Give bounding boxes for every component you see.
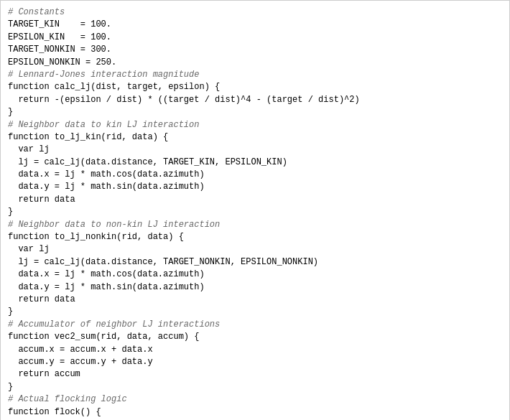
code-line: data.y = lj * math.sin(data.azimuth) bbox=[8, 282, 205, 292]
code-line: function flock() { bbox=[8, 407, 101, 417]
code-line: return data bbox=[8, 294, 75, 304]
code-line: data.y = lj * math.sin(data.azimuth) bbox=[8, 182, 205, 192]
code-line: return -(epsilon / dist) * ((target / di… bbox=[8, 95, 360, 105]
code-line: } bbox=[8, 307, 13, 317]
code-line: function calc_lj(dist, target, epsilon) … bbox=[8, 82, 220, 92]
code-line: # Accumulator of neighbor LJ interaction… bbox=[8, 319, 220, 330]
code-line: } bbox=[8, 382, 13, 392]
code-editor: # Constants TARGET_KIN = 100. EPSILON_KI… bbox=[0, 0, 510, 420]
code-line: EPSILON_NONKIN = 250. bbox=[8, 57, 116, 67]
code-line: # Neighbor data to kin LJ interaction bbox=[8, 120, 199, 130]
code-line: # Neighbor data to non-kin LJ interactio… bbox=[8, 220, 220, 230]
code-line: return data bbox=[8, 195, 75, 205]
code-line: function to_lj_nonkin(rid, data) { bbox=[8, 232, 184, 242]
code-line: function to_lj_kin(rid, data) { bbox=[8, 132, 168, 142]
code-line: } bbox=[8, 207, 13, 217]
code-line: accum.x = accum.x + data.x bbox=[8, 345, 153, 355]
code-line: TARGET_NONKIN = 300. bbox=[8, 45, 111, 55]
code-line: lj = calc_lj(data.distance, TARGET_NONKI… bbox=[8, 257, 318, 267]
code-line: var lj bbox=[8, 244, 50, 254]
code-line: data.x = lj * math.cos(data.azimuth) bbox=[8, 269, 205, 279]
code-line: # Lennard-Jones interaction magnitude bbox=[8, 70, 199, 80]
code-line: function vec2_sum(rid, data, accum) { bbox=[8, 332, 199, 342]
code-line: accum.y = accum.y + data.y bbox=[8, 357, 153, 367]
code-content: # Constants TARGET_KIN = 100. EPSILON_KI… bbox=[8, 6, 502, 420]
code-line: EPSILON_KIN = 100. bbox=[8, 32, 111, 42]
code-line: # Actual flocking logic bbox=[8, 394, 127, 404]
code-line: return accum bbox=[8, 369, 80, 379]
code-line: var lj bbox=[8, 144, 50, 154]
code-line: # Constants bbox=[8, 7, 65, 17]
code-line: lj = calc_lj(data.distance, TARGET_KIN, … bbox=[8, 157, 287, 167]
code-line: TARGET_KIN = 100. bbox=[8, 19, 111, 29]
code-line: } bbox=[8, 107, 13, 117]
code-line: data.x = lj * math.cos(data.azimuth) bbox=[8, 169, 205, 179]
